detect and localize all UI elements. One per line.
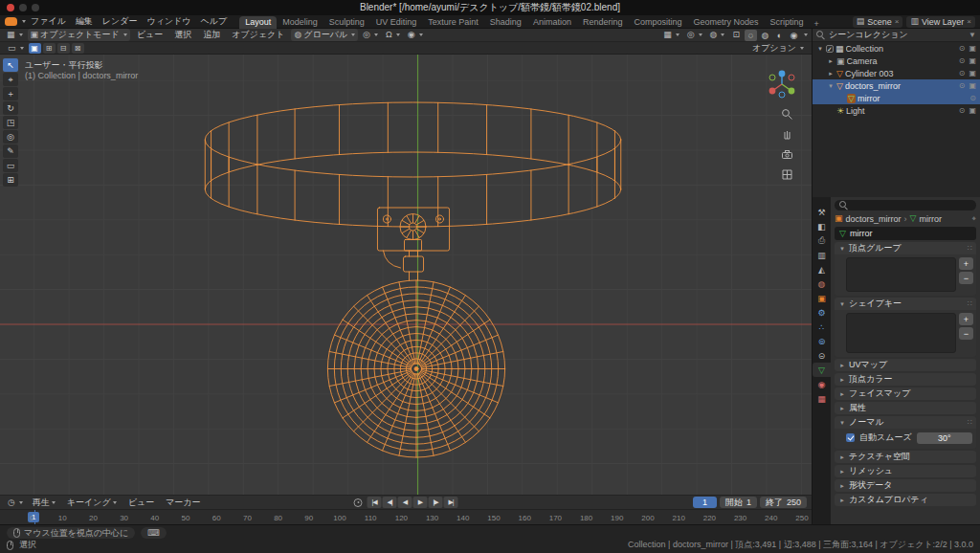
outliner-row-mirror-data[interactable]: ▽ mirror ⊙ [813,92,980,104]
outliner-row-light[interactable]: ☀ Light ⊙ ▣ [813,104,980,117]
editor-type-button[interactable]: ▦ [4,29,26,41]
eye-icon[interactable]: ⊙ [959,44,966,53]
next-keyframe-button[interactable]: |▶ [429,497,443,508]
workspace-tab-shading[interactable]: Shading [484,16,527,29]
data-name-field[interactable]: ▽ mirror [835,227,976,240]
outliner-row-collection[interactable]: ▾ ✓ ▦ Collection ⊙ ▣ [813,42,980,55]
jump-to-end-button[interactable]: ▶| [444,497,458,508]
timeline-editor-type-button[interactable]: ◷ [5,497,26,509]
scene-selector[interactable]: ▤ Scene × [853,16,903,28]
transform-tool[interactable]: ◎ [3,130,18,144]
section-header-normals[interactable]: ▾ ノーマル ∷ [835,416,976,429]
add-workspace-button[interactable]: + [810,19,824,29]
timeline-ruler[interactable]: 1 01020304050607080901001101201301401501… [0,509,812,524]
menu-marker[interactable]: マーカー [161,497,205,509]
auto-smooth-checkbox[interactable] [846,433,855,442]
eye-icon[interactable]: ⊙ [959,106,966,115]
output-tab[interactable]: ⎙ [813,233,831,248]
maximize-button[interactable] [32,4,39,11]
frame-start-field[interactable]: 開始1 [720,497,757,508]
workspace-tab-texture-paint[interactable]: Texture Paint [422,16,484,29]
gizmos-button[interactable]: ◎ [684,29,705,41]
remove-shape-key-button[interactable]: − [959,327,973,340]
options-dropdown[interactable]: オプション [749,42,807,55]
unlink-view-layer-icon[interactable]: × [967,17,971,26]
render-camera-icon[interactable]: ▣ [969,69,976,77]
section-header-vertex-colors[interactable]: ▸ 頂点カラー [835,373,976,386]
workspace-tab-uv-editing[interactable]: UV Editing [370,16,423,29]
physics-tab[interactable]: ⊚ [813,334,831,348]
section-header-face-maps[interactable]: ▸ フェイスマップ [835,387,976,400]
snap-button[interactable]: Ω [383,29,403,41]
viewport-3d[interactable]: ユーザー・平行投影 (1) Collection | doctors_mirro… [0,55,812,495]
constraints-tab[interactable]: ⊝ [813,348,831,363]
unlink-scene-icon[interactable]: × [895,17,900,26]
workspace-tab-layout[interactable]: Layout [239,16,277,29]
menu-file[interactable]: ファイル [26,15,71,28]
outliner-display-mode[interactable]: シーンコレクション [829,29,963,41]
close-button[interactable] [7,4,14,11]
select-box-tool[interactable]: ↖ [3,58,18,72]
section-header-geometry-data[interactable]: ▸ 形状データ [835,479,976,492]
measure-tool[interactable]: ▭ [3,159,18,172]
tool-tab[interactable]: ⚒ [813,205,831,219]
shading-material-button[interactable]: ◐ [773,30,786,41]
workspace-tab-scripting[interactable]: Scripting [765,16,810,29]
expand-arrow-icon[interactable]: ▾ [827,82,835,90]
menu-edit[interactable]: 編集 [71,15,98,28]
select-mode-subtract-button[interactable]: ⊟ [57,43,70,54]
menu-render[interactable]: レンダー [98,15,143,28]
section-header-shape-keys[interactable]: ▾ シェイプキー ∷ [835,298,976,310]
view-layer-tab[interactable]: ▥ [813,248,831,262]
move-tool[interactable]: ＋ [3,87,18,100]
proportional-edit-button[interactable]: ◉ [405,29,426,41]
section-header-texture-space[interactable]: ▸ テクスチャ空間 [835,451,976,463]
transform-orientation-dropdown[interactable]: ◍グローバル [291,29,358,41]
outliner-row-doctors-mirror[interactable]: ▾ ▽ doctors_mirror ⊙ ▣ [813,79,980,92]
eye-icon[interactable]: ⊙ [959,81,966,90]
scene-tab[interactable]: ◭ [813,262,831,276]
menu-timeline-view[interactable]: ビュー [123,497,159,509]
breadcrumb-object[interactable]: doctors_mirror [846,214,902,224]
active-tool-button[interactable]: ▭ [5,42,27,55]
add-vertex-group-button[interactable]: + [959,257,973,270]
section-header-remesh[interactable]: ▸ リメッシュ [835,465,976,477]
ortho-grid-icon[interactable] [781,168,793,181]
render-camera-icon[interactable]: ▣ [969,44,976,53]
pivot-point-button[interactable]: ◎ [360,29,381,41]
minimize-button[interactable] [19,4,27,11]
modifiers-tab[interactable]: ⚙ [813,305,831,320]
select-mode-new-button[interactable]: ▣ [29,43,41,54]
prev-keyframe-button[interactable]: ◀| [383,497,397,508]
menu-help[interactable]: ヘルプ [196,15,233,28]
render-camera-icon[interactable]: ▣ [969,81,976,90]
expand-arrow-icon[interactable]: ▸ [827,70,835,77]
section-header-custom-properties[interactable]: ▸ カスタムプロパティ [835,494,976,506]
jump-to-start-button[interactable]: |◀ [368,497,382,508]
navigation-gizmo[interactable] [766,68,798,100]
world-tab[interactable]: ◍ [813,276,831,291]
auto-smooth-angle-field[interactable]: 30° [917,432,972,444]
blender-logo-icon[interactable] [5,17,17,26]
zoom-icon[interactable] [781,108,793,121]
shading-wireframe-button[interactable]: ◌ [745,30,757,41]
filter-funnel-icon[interactable]: ▼ [969,31,976,39]
select-mode-extend-button[interactable]: ⊞ [43,43,56,54]
section-header-uv-maps[interactable]: ▸ UVマップ [835,359,976,371]
workspace-tab-animation[interactable]: Animation [527,16,577,29]
render-tab[interactable]: ◧ [813,219,831,233]
properties-search-input[interactable] [835,200,976,210]
menu-object[interactable]: オブジェクト [227,29,289,41]
breadcrumb-data[interactable]: mirror [919,214,942,224]
particles-tab[interactable]: ∴ [813,320,831,334]
shading-rendered-button[interactable]: ◉ [788,30,800,41]
section-header-attributes[interactable]: ▸ 属性 [835,402,976,414]
select-mode-invert-button[interactable]: ⊠ [72,43,84,54]
section-header-vertex-groups[interactable]: ▾ 頂点グループ ∷ [835,242,976,254]
menu-select[interactable]: 選択 [169,29,196,41]
play-button[interactable]: ▶ [413,497,428,508]
shape-keys-list[interactable] [846,313,956,353]
add-shape-key-button[interactable]: + [959,313,973,325]
workspace-tab-compositing[interactable]: Compositing [628,16,687,29]
view-layer-selector[interactable]: ▥ View Layer × [906,16,975,28]
